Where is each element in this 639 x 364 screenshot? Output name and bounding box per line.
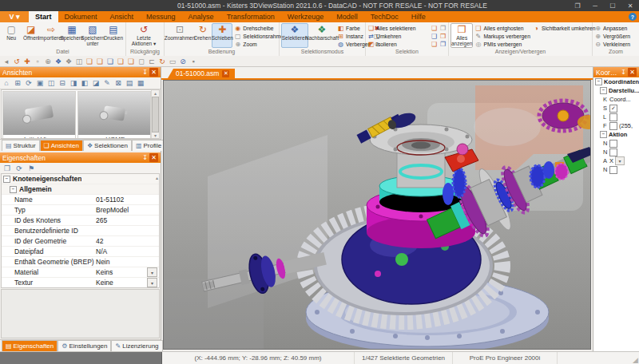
isolieren-button[interactable]: ◩ Isolieren ❏❐ — [367, 41, 447, 48]
properties-root-row[interactable]: − Knoteneigenschaften — [2, 174, 159, 184]
pin-icon[interactable]: ↧ — [619, 68, 628, 77]
koordinaten-panel-header[interactable]: Koordinat... ↧ ✕ — [593, 67, 639, 77]
property-row-textur[interactable]: Textur Keine ▾ — [2, 278, 159, 287]
view-right-icon[interactable]: ◨ — [69, 79, 78, 87]
aktion-row-4[interactable]: N — [593, 165, 639, 174]
aktion-row-axis[interactable]: A X ▾ — [593, 156, 639, 165]
quick-pan-icon[interactable]: ✚ — [23, 57, 31, 65]
sichtbarkeit-umkehren-button[interactable]: ◑ Sichtbarkeit umkehren — [533, 25, 596, 32]
textur-dropdown[interactable]: ▾ — [147, 278, 157, 287]
maximize-button[interactable]: ☐ — [604, 0, 621, 11]
aktion-row[interactable]: − Aktion — [593, 130, 639, 139]
quick-select-icon[interactable]: ❖ — [54, 57, 62, 65]
property-row-typ[interactable]: Typ BrepModel — [2, 205, 159, 216]
nachbarschaft-button[interactable]: ❖ Nachbarschaft — [308, 23, 335, 48]
view-apply-icon[interactable]: ▣ — [35, 79, 45, 87]
minimize-button[interactable]: ─ — [586, 0, 604, 11]
property-row-id-knoten[interactable]: ID des Knotens 265 — [2, 216, 159, 226]
selektion-extra-icon[interactable]: ❑ — [431, 33, 438, 40]
quick-select2-icon[interactable]: ❖ — [65, 57, 73, 65]
collapse-icon[interactable]: − — [3, 176, 10, 183]
checkbox-unchecked[interactable] — [609, 122, 617, 130]
resize-grip[interactable]: ◢ — [623, 352, 639, 364]
collapse-icon[interactable]: − — [595, 78, 602, 85]
selektion-extra-icon[interactable]: ❒ — [439, 33, 447, 40]
alles-anzeigen-button[interactable]: ❐ Alles anzeigen — [450, 23, 473, 48]
tab-hilfe[interactable]: Hilfe — [405, 11, 432, 22]
selektion-extra-icon[interactable]: ❏ — [431, 25, 438, 32]
eigenschaften-panel-header[interactable]: Eigenschaften ↧ ✕ — [0, 152, 161, 163]
selektion-extra-icon[interactable]: ❐ — [439, 25, 447, 32]
scroll-up-icon[interactable]: ▴ — [154, 90, 157, 96]
quick-dot-icon[interactable]: ▫ — [34, 57, 42, 65]
panel-close-icon[interactable]: ✕ — [149, 153, 158, 162]
tab-werkzeuge[interactable]: Werkzeuge — [281, 11, 330, 22]
selektion-extra-icon[interactable]: ❏ — [431, 41, 438, 48]
quick-box-icon[interactable]: ◫ — [75, 57, 83, 65]
scroll-down-icon[interactable]: ▾ — [154, 133, 157, 138]
view-delete-icon[interactable]: ⊠ — [113, 79, 123, 87]
view-corner-icon[interactable]: ◪ — [91, 79, 101, 87]
markups-verbergen-button[interactable]: ✎ Markups verbergen — [474, 33, 530, 40]
importieren-button[interactable]: ⇨ Importieren — [41, 23, 62, 48]
alles-selektieren-button[interactable]: ❏ Alles selektieren ❏❐ — [367, 25, 447, 32]
aktion-row-1[interactable]: N — [593, 139, 639, 148]
tab-einstellungen[interactable]: ⚙ Einstellungen — [58, 340, 111, 351]
property-row-brep[interactable]: Enthält Geometrie (BREP) Nein — [2, 257, 159, 267]
tab-start[interactable]: Start — [29, 11, 58, 22]
drehscheibe-button[interactable]: ◉ Drehscheibe — [234, 25, 286, 32]
tab-profile[interactable]: ▥ Profile — [132, 140, 165, 151]
refresh-properties-icon[interactable]: ⟳ — [14, 164, 24, 172]
property-row-benutzer-id[interactable]: Benutzerdefinierte ID — [2, 226, 159, 236]
view-home-icon[interactable]: ⌂ — [2, 79, 11, 87]
checkbox-unchecked[interactable] — [609, 113, 617, 121]
3d-viewport[interactable] — [163, 80, 591, 350]
view-split-icon[interactable]: ◫ — [46, 79, 56, 87]
panel-close-icon[interactable]: ✕ — [628, 68, 637, 77]
quick-cube3-icon[interactable]: ❏ — [106, 57, 114, 65]
collapse-icon[interactable]: − — [600, 87, 607, 94]
quick-zoom-icon[interactable]: ⊕ — [44, 57, 52, 65]
checkbox-unchecked[interactable] — [609, 140, 617, 148]
help-icon[interactable]: ? — [629, 13, 637, 21]
quick-dot2-icon[interactable]: ▪ — [189, 57, 197, 65]
letzte-aktionen-button[interactable]: ↺ Letzte Aktionen ▾ — [128, 23, 160, 48]
view-list-icon[interactable]: ▤ — [125, 79, 134, 87]
koordinaten-row-f[interactable]: F (255, — [593, 121, 639, 130]
title-bar[interactable]: 01-51000.asm - Kisters 3DViewStation 202… — [0, 0, 639, 11]
zoom-small-button[interactable]: ⊕ Zoom — [234, 41, 286, 48]
speichern-button[interactable]: ▦ Speichern — [62, 23, 82, 48]
quick-rect-icon[interactable]: ▭ — [169, 57, 177, 65]
quick-cube2-icon[interactable]: ❏ — [96, 57, 104, 65]
thumbnail-scrollbar[interactable]: ▴ ▾ — [151, 90, 159, 138]
property-row-material[interactable]: Material Keins ▾ — [2, 267, 159, 278]
tab-messung[interactable]: Messung — [140, 11, 182, 22]
quick-cube6-icon[interactable]: ◻ — [137, 57, 145, 65]
koordinaten-root-row[interactable]: − Koordinaten... — [593, 77, 639, 86]
tab-techdoc[interactable]: TechDoc — [364, 11, 405, 22]
document-close-icon[interactable]: ✕ — [222, 70, 229, 77]
vergroessern-button[interactable]: ⊕ Vergrößern — [594, 33, 637, 40]
zoomrahmen-button[interactable]: ⊡ Zoomrahmen — [166, 23, 193, 48]
view-remove-icon[interactable]: ⊟ — [58, 79, 67, 87]
properties-group-row[interactable]: − Allgemein — [2, 184, 159, 195]
window-layout-button[interactable]: ❐ — [569, 0, 586, 11]
quick-cube1-icon[interactable]: ❏ — [85, 57, 93, 65]
property-row-id-geometrie[interactable]: ID der Geometrie 42 — [2, 236, 159, 247]
tab-modell[interactable]: Modell — [330, 11, 364, 22]
axis-dropdown[interactable]: ▾ — [615, 156, 625, 165]
panel-close-icon[interactable]: ✕ — [149, 68, 158, 77]
pin-icon[interactable]: ↧ — [141, 153, 149, 162]
close-button[interactable]: ✕ — [621, 0, 639, 11]
checkbox-checked[interactable]: ✓ — [609, 105, 617, 113]
koordinaten-row-l[interactable]: L — [593, 113, 639, 121]
koordinaten-row-k[interactable]: K Coord... — [593, 95, 639, 104]
property-row-name[interactable]: Name 01-51102 — [2, 195, 159, 205]
tab-transformation[interactable]: Transformation — [220, 11, 281, 22]
quick-back-icon[interactable]: ◂ — [2, 57, 10, 65]
3d-model-canvas[interactable] — [164, 81, 591, 350]
collapse-icon[interactable]: − — [10, 186, 17, 193]
scroll-up-icon[interactable]: ▴ — [156, 175, 158, 180]
tab-dokument[interactable]: Dokument — [58, 11, 104, 22]
umkehren-button[interactable]: ⇄ Umkehren ❑❒ — [367, 33, 447, 40]
